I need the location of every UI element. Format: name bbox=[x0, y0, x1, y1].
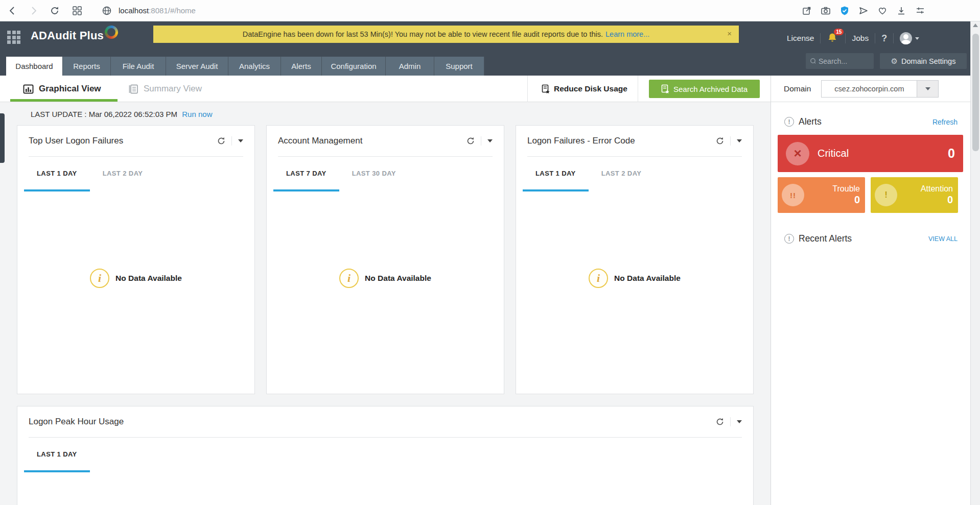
reload-icon[interactable] bbox=[48, 4, 61, 17]
learn-more-link[interactable]: Learn more... bbox=[605, 30, 649, 38]
widget-account-management: Account Management LAST 7 DAY LAST 30 DA… bbox=[266, 125, 504, 394]
search-archived-data-button[interactable]: Search Archived Data bbox=[649, 80, 760, 98]
page-content: LAST UPDATE : Mar 06,2022 06:52:03 PM Ru… bbox=[0, 102, 980, 505]
back-icon[interactable] bbox=[6, 4, 19, 17]
view-all-link[interactable]: VIEW ALL bbox=[928, 235, 958, 243]
send-icon[interactable] bbox=[857, 4, 870, 17]
trouble-exclamation-icon: !! bbox=[782, 184, 804, 206]
brand-name: ADAudit Plus bbox=[31, 29, 104, 42]
widget-menu-caret-icon[interactable] bbox=[487, 139, 493, 142]
domain-select[interactable]: csez.zohocorpin.com bbox=[821, 80, 917, 98]
tab-last-2-day[interactable]: LAST 2 DAY bbox=[589, 157, 655, 191]
summary-view-label: Summary View bbox=[144, 84, 202, 94]
browser-window: localhost:8081/#/home ADAudit Plus bbox=[0, 0, 980, 505]
attention-alerts-card[interactable]: ! Attention 0 bbox=[871, 177, 958, 213]
active-view-indicator bbox=[10, 99, 118, 102]
tab-file-audit[interactable]: File Audit bbox=[111, 57, 166, 76]
help-icon[interactable]: ? bbox=[881, 33, 887, 44]
tab-support[interactable]: Support bbox=[434, 57, 484, 76]
tab-last-1-day[interactable]: LAST 1 DAY bbox=[523, 157, 589, 191]
widget-empty-state: i No Data Available bbox=[17, 191, 254, 365]
search-icon bbox=[810, 58, 815, 65]
notifications-bell-icon[interactable]: 15 bbox=[827, 32, 839, 44]
info-icon: i bbox=[589, 269, 608, 288]
tab-last-1-day[interactable]: LAST 1 DAY bbox=[24, 438, 90, 472]
tab-dashboard[interactable]: Dashboard bbox=[6, 57, 63, 76]
widget-title: Logon Peak Hour Usage bbox=[29, 417, 716, 427]
critical-count: 0 bbox=[948, 146, 955, 161]
tab-server-audit[interactable]: Server Audit bbox=[166, 57, 228, 76]
scroll-up-icon[interactable] bbox=[973, 23, 978, 27]
widget-logon-peak-hour-usage: Logon Peak Hour Usage LAST 1 DAY bbox=[17, 406, 754, 505]
global-search[interactable] bbox=[806, 53, 874, 69]
widget-period-tabs: LAST 1 DAY LAST 2 DAY bbox=[516, 157, 753, 191]
tab-last-7-day[interactable]: LAST 7 DAY bbox=[273, 157, 339, 191]
apps-grid-icon[interactable] bbox=[7, 31, 21, 45]
app-header: ADAudit Plus DataEngine has been down fo… bbox=[0, 21, 980, 76]
search-archived-data-label: Search Archived Data bbox=[673, 85, 748, 93]
dashboard-main: LAST UPDATE : Mar 06,2022 06:52:03 PM Ru… bbox=[0, 102, 771, 505]
banner-close-icon[interactable]: × bbox=[727, 29, 732, 38]
no-data-text: No Data Available bbox=[614, 274, 681, 283]
refresh-icon[interactable] bbox=[466, 137, 475, 145]
widget-menu-caret-icon[interactable] bbox=[238, 139, 243, 142]
critical-label: Critical bbox=[818, 148, 948, 159]
summary-view-toggle[interactable]: Summary View bbox=[129, 76, 202, 102]
settings-sliders-icon[interactable] bbox=[914, 4, 927, 17]
header-actions: License 15 Jobs ? bbox=[787, 21, 919, 55]
license-link[interactable]: License bbox=[787, 34, 814, 43]
info-icon: i bbox=[90, 269, 109, 288]
side-panel-handle[interactable] bbox=[0, 113, 5, 163]
trouble-alerts-card[interactable]: !! Trouble 0 bbox=[778, 177, 865, 213]
user-menu[interactable] bbox=[900, 32, 919, 44]
shield-check-icon[interactable] bbox=[838, 4, 851, 17]
alerts-refresh-link[interactable]: Refresh bbox=[932, 118, 958, 126]
avatar-icon bbox=[900, 32, 912, 44]
widget-period-tabs: LAST 1 DAY LAST 2 DAY bbox=[17, 157, 254, 191]
bar-chart-icon bbox=[23, 84, 34, 94]
url-bar[interactable]: localhost:8081/#/home bbox=[119, 6, 196, 15]
speed-dial-icon[interactable] bbox=[71, 4, 84, 17]
alerts-sidebar: ! Alerts Refresh × Critical 0 !! Trouble… bbox=[771, 102, 970, 505]
tab-alerts[interactable]: Alerts bbox=[281, 57, 322, 76]
tab-configuration[interactable]: Configuration bbox=[322, 57, 386, 76]
tab-analytics[interactable]: Analytics bbox=[228, 57, 281, 76]
refresh-icon[interactable] bbox=[716, 418, 724, 426]
graphical-view-toggle[interactable]: Graphical View bbox=[23, 76, 101, 102]
widget-period-tabs: LAST 7 DAY LAST 30 DAY bbox=[267, 157, 504, 191]
widget-logon-failures-error-code: Logon Failures - Error Code LAST 1 DAY L… bbox=[516, 125, 754, 394]
scrollbar-thumb[interactable] bbox=[972, 34, 979, 151]
alert-circle-icon: ! bbox=[784, 234, 794, 244]
chevron-down-icon bbox=[925, 87, 930, 90]
screenshot-camera-icon[interactable] bbox=[819, 4, 832, 17]
run-now-link[interactable]: Run now bbox=[182, 110, 212, 118]
refresh-icon[interactable] bbox=[716, 137, 724, 145]
no-data-text: No Data Available bbox=[115, 274, 182, 283]
tab-admin[interactable]: Admin bbox=[386, 57, 434, 76]
critical-alerts-card[interactable]: × Critical 0 bbox=[778, 135, 963, 172]
widget-menu-caret-icon[interactable] bbox=[737, 139, 742, 142]
search-input[interactable] bbox=[819, 57, 870, 65]
tab-reports[interactable]: Reports bbox=[63, 57, 111, 76]
domain-settings-button[interactable]: ⚙ Domain Settings bbox=[880, 53, 967, 69]
tab-last-30-day[interactable]: LAST 30 DAY bbox=[339, 157, 409, 191]
trouble-label: Trouble bbox=[804, 184, 860, 194]
last-update-label: LAST UPDATE : Mar 06,2022 06:52:03 PM bbox=[31, 110, 177, 118]
tab-last-2-day[interactable]: LAST 2 DAY bbox=[90, 157, 156, 191]
forward-icon[interactable] bbox=[27, 4, 40, 17]
domain-select-caret[interactable] bbox=[917, 80, 939, 98]
browser-toolbar: localhost:8081/#/home bbox=[0, 0, 980, 21]
tab-last-1-day[interactable]: LAST 1 DAY bbox=[24, 157, 90, 191]
jobs-link[interactable]: Jobs bbox=[852, 34, 869, 43]
download-icon[interactable] bbox=[895, 4, 908, 17]
refresh-icon[interactable] bbox=[217, 137, 225, 145]
favorite-heart-icon[interactable] bbox=[876, 4, 889, 17]
widget-menu-caret-icon[interactable] bbox=[737, 420, 742, 423]
domain-settings-label: Domain Settings bbox=[901, 57, 955, 65]
page-scrollbar[interactable] bbox=[970, 21, 980, 505]
share-pin-icon[interactable] bbox=[800, 4, 813, 17]
last-update: LAST UPDATE : Mar 06,2022 06:52:03 PM Ru… bbox=[31, 110, 771, 118]
banner-text: DataEngine has been down for last 53 Min… bbox=[243, 30, 603, 38]
reduce-disk-usage-button[interactable]: Reduce Disk Usage bbox=[542, 76, 627, 102]
domain-label: Domain bbox=[784, 84, 811, 93]
